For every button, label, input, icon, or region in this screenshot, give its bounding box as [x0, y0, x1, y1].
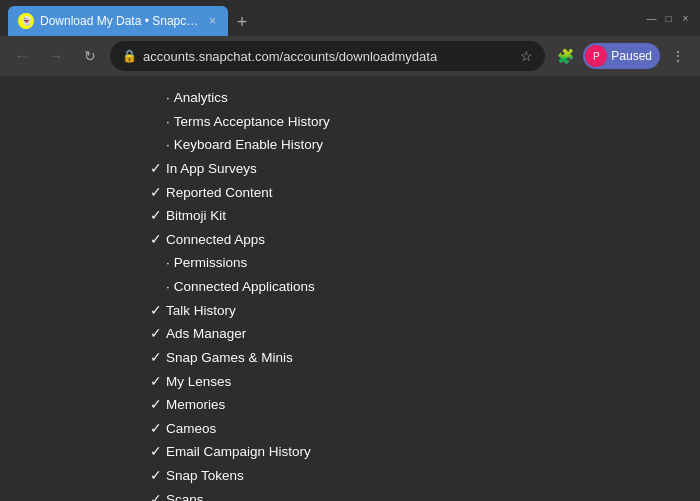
- forward-button[interactable]: →: [42, 42, 70, 70]
- list-item: ✓Talk History: [150, 299, 550, 323]
- item-label: Cameos: [166, 417, 216, 441]
- avatar: P: [585, 45, 607, 67]
- list-item: ✓Bitmoji Kit: [150, 204, 550, 228]
- item-label: Memories: [166, 393, 225, 417]
- checkmark-icon: ✓: [150, 370, 162, 394]
- item-label: My Lenses: [166, 370, 231, 394]
- checkmark-icon: ✓: [150, 346, 162, 370]
- list-item: ✓Cameos: [150, 417, 550, 441]
- back-button[interactable]: ←: [8, 42, 36, 70]
- item-label: Snap Games & Minis: [166, 346, 293, 370]
- item-label: In App Surveys: [166, 157, 257, 181]
- extensions-button[interactable]: 🧩: [551, 42, 579, 70]
- bullet-icon: ·: [166, 279, 170, 294]
- tab-title: Download My Data • Snapchat: [40, 14, 201, 28]
- address-bar: ← → ↻ 🔒 accounts.snapchat.com/accounts/d…: [0, 36, 700, 76]
- close-button[interactable]: ×: [679, 12, 692, 25]
- list-item: ✓My Lenses: [150, 370, 550, 394]
- checkmark-icon: ✓: [150, 417, 162, 441]
- minimize-button[interactable]: —: [645, 12, 658, 25]
- sub-item-label: Terms Acceptance History: [174, 114, 330, 129]
- bullet-icon: ·: [166, 114, 170, 129]
- title-bar: 👻 Download My Data • Snapchat × + — □ ×: [0, 0, 700, 36]
- item-label: Scans: [166, 488, 204, 501]
- url-bar[interactable]: 🔒 accounts.snapchat.com/accounts/downloa…: [110, 41, 545, 71]
- list-item: ✓Memories: [150, 393, 550, 417]
- menu-button[interactable]: ⋮: [664, 42, 692, 70]
- url-text: accounts.snapchat.com/accounts/downloadm…: [143, 49, 514, 64]
- sub-item-label: Analytics: [174, 90, 228, 105]
- item-label: Snap Tokens: [166, 464, 244, 488]
- item-label: Bitmoji Kit: [166, 204, 226, 228]
- bullet-icon: ·: [166, 137, 170, 152]
- checkmark-icon: ✓: [150, 440, 162, 464]
- list-item: ✓Reported Content: [150, 181, 550, 205]
- tab-close-button[interactable]: ×: [207, 12, 218, 30]
- list-item: ✓Snap Tokens: [150, 464, 550, 488]
- item-label: Connected Apps: [166, 228, 265, 252]
- refresh-button[interactable]: ↻: [76, 42, 104, 70]
- list-item: ✓Snap Games & Minis: [150, 346, 550, 370]
- tab-favicon: 👻: [18, 13, 34, 29]
- checkmark-icon: ✓: [150, 181, 162, 205]
- sub-item-label: Keyboard Enable History: [174, 137, 323, 152]
- sub-item-label: Connected Applications: [174, 279, 315, 294]
- maximize-button[interactable]: □: [662, 12, 675, 25]
- page-content: ·Analytics·Terms Acceptance History·Keyb…: [0, 76, 700, 501]
- browser-chrome: 👻 Download My Data • Snapchat × + — □ × …: [0, 0, 700, 76]
- checklist: ·Analytics·Terms Acceptance History·Keyb…: [150, 86, 550, 501]
- bullet-icon: ·: [166, 255, 170, 270]
- checkmark-icon: ✓: [150, 393, 162, 417]
- checkmark-icon: ✓: [150, 204, 162, 228]
- item-label: Talk History: [166, 299, 236, 323]
- item-label: Ads Manager: [166, 322, 246, 346]
- profile-label: Paused: [611, 49, 652, 63]
- checkmark-icon: ✓: [150, 464, 162, 488]
- bullet-icon: ·: [166, 90, 170, 105]
- list-item: ✓In App Surveys: [150, 157, 550, 181]
- toolbar-right: 🧩 P Paused ⋮: [551, 42, 692, 70]
- list-item: ·Connected Applications: [150, 275, 550, 299]
- new-tab-button[interactable]: +: [228, 8, 256, 36]
- item-label: Email Campaign History: [166, 440, 311, 464]
- profile-badge[interactable]: P Paused: [583, 43, 660, 69]
- checkmark-icon: ✓: [150, 322, 162, 346]
- list-item: ✓Email Campaign History: [150, 440, 550, 464]
- checkmark-icon: ✓: [150, 157, 162, 181]
- item-label: Reported Content: [166, 181, 273, 205]
- checkmark-icon: ✓: [150, 228, 162, 252]
- checkmark-icon: ✓: [150, 488, 162, 501]
- list-item: ✓Ads Manager: [150, 322, 550, 346]
- window-controls: — □ ×: [645, 12, 692, 25]
- tab-area: 👻 Download My Data • Snapchat × +: [8, 0, 633, 36]
- list-item: ·Keyboard Enable History: [150, 133, 550, 157]
- active-tab[interactable]: 👻 Download My Data • Snapchat ×: [8, 6, 228, 36]
- list-item: ·Permissions: [150, 251, 550, 275]
- lock-icon: 🔒: [122, 49, 137, 63]
- sub-item-label: Permissions: [174, 255, 248, 270]
- list-item: ·Analytics: [150, 86, 550, 110]
- list-item: ✓Connected Apps: [150, 228, 550, 252]
- bookmark-icon[interactable]: ☆: [520, 48, 533, 64]
- list-item: ·Terms Acceptance History: [150, 110, 550, 134]
- list-item: ✓Scans: [150, 488, 550, 501]
- checkmark-icon: ✓: [150, 299, 162, 323]
